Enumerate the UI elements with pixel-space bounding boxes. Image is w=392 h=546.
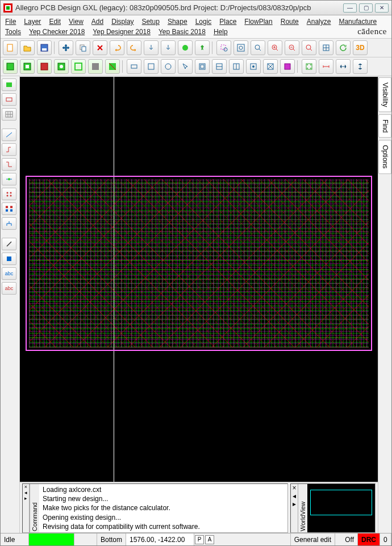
tool-d-icon[interactable] bbox=[246, 59, 261, 74]
zoom-fit-icon[interactable] bbox=[233, 40, 248, 55]
save-icon[interactable] bbox=[37, 40, 52, 55]
move-icon[interactable] bbox=[59, 40, 73, 55]
undo-icon[interactable] bbox=[110, 40, 124, 55]
status-p-button[interactable]: P bbox=[195, 535, 204, 544]
new-icon[interactable] bbox=[3, 40, 18, 55]
menu-file[interactable]: File bbox=[5, 16, 16, 27]
arrow-down2-icon[interactable] bbox=[161, 40, 176, 55]
command-text[interactable]: Loading axlcore.cxt Starting new design.… bbox=[39, 484, 287, 532]
menu-shape[interactable]: Shape bbox=[168, 16, 187, 27]
menu-help[interactable]: Help bbox=[214, 27, 228, 37]
menu-yep-checker[interactable]: Yep Checker 2018 bbox=[29, 27, 85, 37]
menu-setup[interactable]: Setup bbox=[142, 16, 160, 27]
shape3-icon[interactable] bbox=[37, 59, 52, 74]
redo-icon[interactable] bbox=[127, 40, 141, 55]
menu-logic[interactable]: Logic bbox=[195, 16, 212, 27]
wv-close-icon[interactable]: × bbox=[291, 484, 298, 492]
lt-via-icon[interactable] bbox=[2, 173, 16, 185]
lt-tree-icon[interactable] bbox=[2, 217, 16, 230]
shape7-icon[interactable] bbox=[105, 59, 120, 74]
zoom-in-icon[interactable] bbox=[268, 40, 282, 55]
lt-comp-icon[interactable] bbox=[2, 78, 16, 91]
menu-yep-basic[interactable]: Yep Basic 2018 bbox=[159, 27, 206, 37]
menu-manufacture[interactable]: Manufacture bbox=[339, 16, 377, 27]
tab-visibility[interactable]: Visibility bbox=[378, 77, 391, 112]
pin-icon[interactable] bbox=[195, 40, 210, 55]
menu-yep-designer[interactable]: Yep Designer 2018 bbox=[93, 27, 151, 37]
refresh-icon[interactable] bbox=[336, 40, 351, 55]
tool-circle-icon[interactable] bbox=[161, 59, 176, 74]
menu-flowplan[interactable]: FlowPlan bbox=[244, 16, 272, 27]
tool-b-icon[interactable] bbox=[212, 59, 227, 74]
tool-a-icon[interactable] bbox=[195, 59, 210, 74]
cmd-close-icon[interactable]: × bbox=[23, 484, 29, 490]
zoom-center-icon[interactable] bbox=[319, 40, 333, 55]
tool-dim1-icon[interactable] bbox=[319, 59, 333, 74]
status-a-button[interactable]: A bbox=[205, 535, 214, 544]
lt-abc-icon[interactable]: abc bbox=[2, 267, 16, 280]
minimize-button[interactable]: — bbox=[343, 3, 357, 13]
tab-find[interactable]: Find bbox=[378, 114, 391, 138]
zoom-out-icon[interactable] bbox=[285, 40, 299, 55]
3d-icon[interactable]: 3D bbox=[353, 40, 368, 55]
flag-icon[interactable] bbox=[178, 40, 193, 55]
lt-route-icon[interactable] bbox=[2, 158, 16, 171]
status-drc[interactable]: DRC bbox=[358, 533, 380, 545]
tool-f-icon[interactable] bbox=[280, 59, 295, 74]
lt-rect-icon[interactable] bbox=[2, 93, 16, 106]
menu-tools[interactable]: Tools bbox=[5, 27, 21, 37]
arrow-down-icon[interactable] bbox=[144, 40, 159, 55]
wv-left-icon[interactable]: ◂ bbox=[291, 492, 298, 500]
tool-dim3-icon[interactable] bbox=[353, 59, 368, 74]
menu-layer[interactable]: Layer bbox=[24, 16, 41, 27]
svg-rect-53 bbox=[6, 209, 8, 212]
menu-add[interactable]: Add bbox=[91, 16, 103, 27]
cmd-line: Make two picks for the distance calculat… bbox=[43, 503, 284, 512]
menu-analyze[interactable]: Analyze bbox=[307, 16, 331, 27]
tab-options[interactable]: Options bbox=[378, 140, 391, 173]
tool-grid-icon[interactable] bbox=[302, 59, 316, 74]
status-mode[interactable]: General edit bbox=[291, 533, 335, 545]
tool-select-icon[interactable] bbox=[178, 59, 193, 74]
menu-display[interactable]: Display bbox=[111, 16, 134, 27]
menu-view[interactable]: View bbox=[69, 16, 84, 27]
lt-line-icon[interactable] bbox=[2, 129, 16, 141]
worldview-mini[interactable] bbox=[307, 484, 375, 532]
tool-rect2-icon[interactable] bbox=[144, 59, 159, 74]
tool-e-icon[interactable] bbox=[263, 59, 278, 74]
delete-icon[interactable] bbox=[93, 40, 107, 55]
lt-conn-icon[interactable] bbox=[2, 143, 16, 156]
tool-dim2-icon[interactable] bbox=[336, 59, 351, 74]
lt-sq-icon[interactable] bbox=[2, 253, 16, 265]
maximize-button[interactable]: ▢ bbox=[359, 3, 373, 13]
lt-grid-icon[interactable] bbox=[2, 108, 16, 121]
lt-slash-icon[interactable] bbox=[2, 238, 16, 250]
lt-abc2-icon[interactable]: abc bbox=[2, 282, 16, 295]
wv-right-icon[interactable]: ▸ bbox=[291, 500, 298, 508]
menu-place[interactable]: Place bbox=[219, 16, 236, 27]
shape6-icon[interactable] bbox=[88, 59, 103, 74]
command-panel-controls: × ◂ ▸ bbox=[23, 484, 30, 532]
zoom-sel-icon[interactable] bbox=[251, 40, 265, 55]
close-button[interactable]: ✕ bbox=[375, 3, 389, 13]
open-icon[interactable] bbox=[20, 40, 35, 55]
pcb-canvas[interactable] bbox=[20, 76, 378, 482]
shape1-icon[interactable] bbox=[3, 59, 18, 74]
menu-edit[interactable]: Edit bbox=[49, 16, 61, 27]
cmd-right-icon[interactable]: ▸ bbox=[23, 495, 29, 501]
copy-icon[interactable] bbox=[76, 40, 90, 55]
shape4-icon[interactable] bbox=[54, 59, 69, 74]
lt-array-icon[interactable] bbox=[2, 202, 16, 215]
tool-rect-icon[interactable] bbox=[127, 59, 141, 74]
shape2-icon[interactable] bbox=[20, 59, 35, 74]
zoom-prev-icon[interactable] bbox=[302, 40, 316, 55]
lt-pattern-icon[interactable] bbox=[2, 188, 16, 200]
cmd-line: Opening existing design... bbox=[43, 513, 284, 522]
status-layer[interactable]: Bottom bbox=[97, 533, 126, 545]
tool-c-icon[interactable] bbox=[229, 59, 244, 74]
menu-route[interactable]: Route bbox=[281, 16, 299, 27]
zoom-window-icon[interactable] bbox=[216, 40, 231, 55]
status-coord[interactable]: 1576.00, -1422.00 bbox=[126, 533, 194, 545]
cmd-left-icon[interactable]: ◂ bbox=[23, 490, 29, 495]
shape5-icon[interactable] bbox=[71, 59, 86, 74]
